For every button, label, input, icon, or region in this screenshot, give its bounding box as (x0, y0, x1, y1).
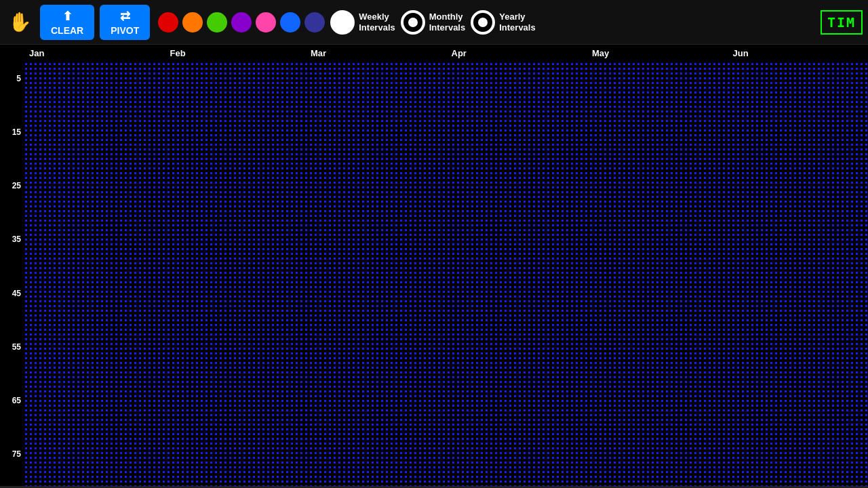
clear-icon: ⬆ (62, 9, 73, 24)
y-label-5: 5 (0, 74, 24, 83)
y-label-75: 75 (0, 449, 24, 459)
x-label-feb: Feb (165, 48, 306, 58)
y-label-65: 65 (0, 396, 24, 405)
x-label-jan: Jan (24, 48, 165, 58)
tim-logo: TIM (821, 10, 863, 35)
x-label-mar: Mar (305, 48, 446, 58)
y-label-45: 45 (0, 289, 24, 298)
hand-cursor-icon: ✋ (5, 8, 35, 36)
clear-label: CLEAR (51, 25, 83, 36)
dot-purple[interactable] (231, 12, 252, 33)
y-label-25: 25 (0, 181, 24, 190)
clear-button[interactable]: ⬆ CLEAR (40, 5, 94, 40)
dot-pink[interactable] (256, 12, 276, 33)
color-dot-group (158, 12, 325, 33)
dot-green[interactable] (207, 12, 227, 33)
yearly-intervals-icon (471, 10, 495, 35)
dot-dark-blue[interactable] (304, 12, 325, 33)
y-label-15: 15 (0, 127, 24, 137)
weekly-intervals-icon (330, 10, 355, 35)
pivot-icon: ⇄ (120, 9, 130, 24)
monthly-intervals-label: MonthlyIntervals (429, 12, 465, 33)
x-axis: Jan Feb Mar Apr May Jun (24, 45, 868, 62)
dot-orange[interactable] (182, 12, 203, 33)
dot-blue[interactable] (280, 12, 300, 33)
y-axis: 75 65 55 45 35 25 15 5 (0, 45, 24, 488)
pivot-label: PIVOT (111, 25, 139, 36)
pivot-button[interactable]: ⇄ PIVOT (100, 5, 150, 40)
chart-container: Jan Feb Mar Apr May Jun 75 65 55 45 35 2… (0, 45, 868, 488)
x-label-apr: Apr (446, 48, 587, 58)
weekly-intervals-toggle[interactable]: WeeklyIntervals (330, 10, 395, 35)
monthly-intervals-toggle[interactable]: MonthlyIntervals (401, 10, 465, 35)
dot-red[interactable] (158, 12, 178, 33)
x-label-may: May (587, 48, 728, 58)
yearly-intervals-toggle[interactable]: YearlyIntervals (471, 10, 535, 35)
dot-grid (24, 62, 868, 488)
yearly-intervals-label: YearlyIntervals (499, 12, 535, 33)
monthly-intervals-icon (401, 10, 425, 35)
y-label-55: 55 (0, 342, 24, 352)
y-label-35: 35 (0, 235, 24, 244)
weekly-intervals-label: WeeklyIntervals (359, 12, 395, 33)
toolbar: ✋ ⬆ CLEAR ⇄ PIVOT WeeklyIntervals Monthl… (0, 0, 868, 45)
x-label-jun: Jun (728, 48, 869, 58)
